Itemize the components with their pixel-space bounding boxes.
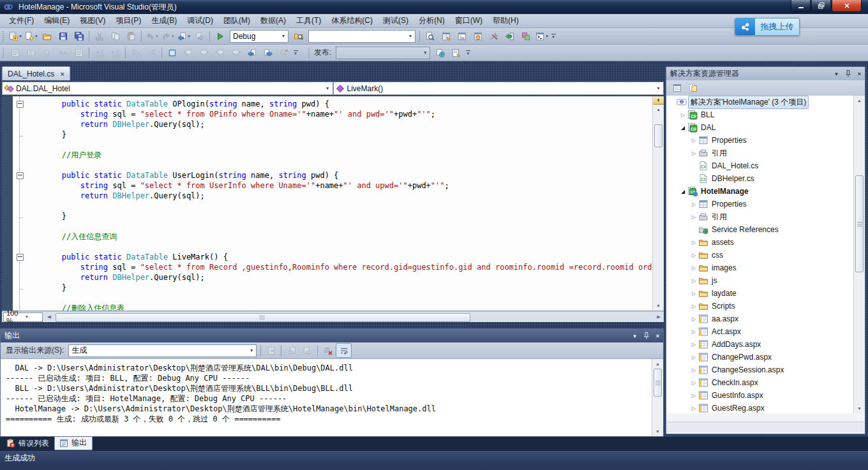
save-icon[interactable] bbox=[55, 29, 71, 43]
solution-explorer-header[interactable]: 解决方案资源管理器 ▾ × bbox=[666, 67, 865, 80]
chevron-down-icon[interactable]: ▾ bbox=[279, 33, 288, 39]
collapsed-arrow-icon[interactable]: ▷ bbox=[689, 240, 698, 246]
tree-item-aa.aspx[interactable]: ▷aa.aspx bbox=[666, 312, 865, 325]
menu-item-3[interactable]: 项目(P) bbox=[110, 13, 146, 28]
add-new-item-icon[interactable]: ▾ bbox=[23, 29, 39, 43]
collapsed-arrow-icon[interactable]: ▷ bbox=[678, 112, 687, 118]
toolbar-grip[interactable] bbox=[2, 31, 4, 42]
collapsed-arrow-icon[interactable]: ▷ bbox=[689, 253, 698, 258]
tree-vertical-scrollbar[interactable]: ▲ ▼ bbox=[853, 96, 865, 413]
save-all-icon[interactable] bbox=[71, 29, 87, 43]
collapsed-arrow-icon[interactable]: ▷ bbox=[689, 151, 698, 156]
command-window-icon[interactable]: ▾ bbox=[534, 29, 550, 43]
toolbar-overflow-button[interactable]: ▾ bbox=[550, 30, 557, 43]
menu-item-11[interactable]: 分析(N) bbox=[414, 13, 450, 28]
tree-item-guestreg.aspx[interactable]: ▷GuestReg.aspx bbox=[666, 402, 865, 413]
chevron-down-icon[interactable]: ▾ bbox=[188, 34, 190, 39]
scroll-down-arrow[interactable]: ▼ bbox=[854, 404, 865, 413]
solution-explorer-icon[interactable] bbox=[454, 29, 470, 43]
collapsed-arrow-icon[interactable]: ▷ bbox=[689, 138, 698, 143]
window-position-icon[interactable]: ▾ bbox=[633, 333, 636, 339]
toggle-word-wrap-icon[interactable] bbox=[336, 343, 352, 358]
publish-settings-icon[interactable] bbox=[448, 45, 464, 60]
code-editor[interactable]: public static DataTable OPlogin(string n… bbox=[2, 96, 664, 311]
menu-item-10[interactable]: 测试(S) bbox=[378, 13, 414, 28]
collapsed-arrow-icon[interactable]: ▷ bbox=[689, 291, 698, 297]
menu-item-12[interactable]: 窗口(W) bbox=[450, 13, 488, 28]
expanded-arrow-icon[interactable]: ◢ bbox=[678, 125, 687, 131]
collapsed-arrow-icon[interactable]: ▷ bbox=[689, 406, 698, 411]
toolbar-grip[interactable] bbox=[308, 47, 310, 59]
tree-horizontal-scrollbar[interactable] bbox=[666, 422, 865, 432]
tree-item-checkin.aspx[interactable]: ▷CheckIn.aspx bbox=[666, 376, 865, 389]
tree-item-service-references[interactable]: Service References bbox=[666, 223, 865, 236]
tree-item-changepwd.aspx[interactable]: ▷ChangePwd.aspx bbox=[666, 351, 865, 364]
quick-find-combo[interactable]: ▾ bbox=[308, 30, 415, 43]
solution-configurations-combo[interactable]: Debug▾ bbox=[230, 30, 288, 43]
output-vertical-scrollbar[interactable]: ▲ ▼ bbox=[652, 359, 663, 436]
show-all-files-icon[interactable] bbox=[685, 81, 701, 96]
output-panel-header[interactable]: 输出 ▾ × bbox=[1, 329, 663, 342]
tree-item-scripts[interactable]: ▷Scripts bbox=[666, 300, 865, 312]
tree-item-css[interactable]: ▷css bbox=[666, 249, 865, 261]
toggle-bookmark-icon[interactable] bbox=[164, 45, 180, 60]
scroll-up-arrow[interactable]: ▲ bbox=[652, 359, 663, 369]
chevron-down-icon[interactable]: ▾ bbox=[172, 34, 174, 39]
scroll-right-arrow[interactable]: ▶ bbox=[654, 314, 664, 319]
tree-item-bll[interactable]: ▷C#BLL bbox=[666, 108, 865, 121]
next-bookmark-in-document-icon[interactable] bbox=[260, 45, 276, 60]
menu-item-0[interactable]: 文件(F) bbox=[4, 13, 39, 28]
window-position-icon[interactable]: ▾ bbox=[835, 71, 838, 77]
split-window-handle[interactable]: ▴▾ bbox=[653, 96, 664, 105]
tree-item-images[interactable]: ▷images bbox=[666, 261, 865, 274]
chevron-down-icon[interactable]: ▾ bbox=[19, 34, 22, 39]
properties-icon[interactable] bbox=[669, 81, 685, 96]
tree-item-guestinfo.aspx[interactable]: ▷GuestInfo.aspx bbox=[666, 389, 865, 402]
collapsed-arrow-icon[interactable]: ▷ bbox=[689, 355, 698, 360]
scroll-down-arrow[interactable]: ▼ bbox=[653, 301, 664, 311]
chevron-down-icon[interactable]: ▾ bbox=[421, 50, 430, 55]
tree-item-properties[interactable]: ▷Properties bbox=[666, 134, 865, 147]
chevron-down-icon[interactable]: ▾ bbox=[156, 34, 158, 39]
close-icon[interactable]: × bbox=[656, 333, 659, 339]
menu-item-2[interactable]: 视图(V) bbox=[75, 13, 110, 28]
tree-item-dbhelper.cs[interactable]: C#DBHelper.cs bbox=[666, 172, 865, 185]
collapsed-arrow-icon[interactable]: ▷ bbox=[689, 342, 698, 348]
menu-item-5[interactable]: 调试(D) bbox=[182, 13, 218, 28]
collapsed-arrow-icon[interactable]: ▷ bbox=[689, 202, 698, 207]
collapsed-arrow-icon[interactable]: ▷ bbox=[689, 304, 698, 309]
chevron-down-icon[interactable]: ▾ bbox=[35, 34, 38, 39]
start-debugging-icon[interactable] bbox=[212, 29, 228, 43]
open-file-icon[interactable] bbox=[39, 29, 55, 43]
collapsed-arrow-icon[interactable]: ▷ bbox=[689, 278, 698, 284]
previous-bookmark-in-document-icon[interactable] bbox=[244, 45, 260, 60]
output-source-combo[interactable]: 生成▾ bbox=[68, 344, 257, 357]
chevron-down-icon[interactable]: ▾ bbox=[406, 33, 415, 39]
chevron-down-icon[interactable]: ▾ bbox=[247, 348, 256, 353]
close-icon[interactable]: × bbox=[858, 71, 861, 77]
menu-item-6[interactable]: 团队(M) bbox=[218, 13, 255, 28]
collapsed-arrow-icon[interactable]: ▷ bbox=[689, 393, 698, 399]
tree-item-act.aspx[interactable]: ▷Act.aspx bbox=[666, 325, 865, 338]
bottom-tab-output[interactable]: 输出 bbox=[54, 437, 93, 450]
tree-item-adddays.aspx[interactable]: ▷AddDays.aspx bbox=[666, 338, 865, 351]
tree-item-解决方案-hotelmanage-3-个项目-[interactable]: 解决方案'HotelManage' (3 个项目) bbox=[666, 96, 865, 108]
new-project-icon[interactable]: ▾ bbox=[7, 29, 23, 43]
properties-window-icon[interactable] bbox=[438, 29, 454, 43]
tree-item-laydate[interactable]: ▷laydate bbox=[666, 287, 865, 300]
tree-item-dal-hotel.cs[interactable]: C#DAL_Hotel.cs bbox=[666, 159, 865, 172]
expanded-arrow-icon[interactable]: ◢ bbox=[678, 189, 687, 195]
toolbox-icon[interactable] bbox=[486, 29, 502, 43]
server-explorer-icon[interactable] bbox=[470, 29, 486, 43]
collapsed-arrow-icon[interactable]: ▷ bbox=[689, 329, 698, 335]
menu-item-8[interactable]: 工具(T) bbox=[291, 13, 326, 28]
publish-web-icon[interactable] bbox=[432, 45, 448, 60]
scroll-down-arrow[interactable]: ▼ bbox=[652, 427, 663, 436]
close-button[interactable] bbox=[832, 0, 862, 12]
toolbar-grip[interactable] bbox=[2, 47, 4, 59]
scroll-up-arrow[interactable]: ▲ bbox=[653, 105, 664, 114]
collapsed-arrow-icon[interactable]: ▷ bbox=[689, 367, 698, 373]
scroll-thumb[interactable] bbox=[56, 313, 470, 322]
tree-item-js[interactable]: ▷js bbox=[666, 274, 865, 287]
collapsed-arrow-icon[interactable]: ▷ bbox=[689, 265, 698, 271]
